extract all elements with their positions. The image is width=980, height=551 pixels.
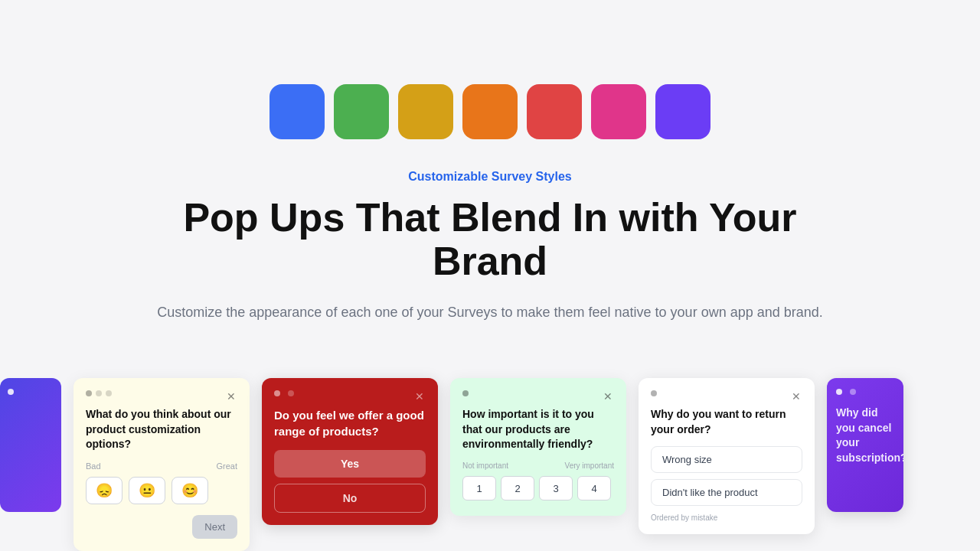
card-partial-left [0, 378, 61, 512]
card-question-1: What do you think about our product cust… [86, 407, 237, 452]
survey-card-options: ✕ Why do you want to return your order? … [639, 378, 815, 534]
card-question-3: How important is it to you that our prod… [462, 407, 614, 452]
scale-btn-1[interactable]: 1 [462, 476, 496, 500]
scale-row: 1 2 3 4 [462, 476, 614, 500]
option-wrong-size[interactable]: Wrong size [651, 446, 802, 473]
hero-title: Pop Ups That Blend In with Your Brand [153, 196, 827, 283]
card-question-4: Why do you want to return your order? [651, 407, 802, 437]
ordered-by-label: Ordered by mistake [651, 514, 802, 522]
emoji-sad[interactable]: 😞 [86, 477, 122, 504]
dots-3 [462, 390, 614, 396]
dots-0 [8, 389, 54, 395]
scale-btn-4[interactable]: 4 [577, 476, 611, 500]
scale-btn-3[interactable]: 3 [539, 476, 573, 500]
scale-btn-2[interactable]: 2 [501, 476, 534, 500]
blue-swatch[interactable] [270, 84, 325, 139]
not-important-label: Not important [462, 461, 508, 470]
close-button-2[interactable]: ✕ [412, 389, 427, 404]
bad-good-row: Bad Great [86, 461, 237, 471]
dots-5 [836, 389, 894, 395]
next-button-1[interactable]: Next [192, 515, 237, 539]
emoji-happy[interactable]: 😊 [172, 477, 208, 504]
survey-card-yesno: ✕ Do you feel we offer a good range of p… [262, 378, 438, 525]
card-question-5: Why did you cancel your subscription? [836, 406, 894, 465]
cards-row: ✕ What do you think about our product cu… [0, 378, 980, 551]
scale-labels: Not important Very important [462, 461, 614, 470]
orange-swatch[interactable] [462, 84, 518, 139]
option-didnt-like[interactable]: Didn't like the product [651, 479, 802, 506]
dots-4 [651, 390, 802, 396]
close-button-3[interactable]: ✕ [600, 389, 616, 404]
dots-1 [86, 390, 237, 396]
dots-2 [274, 390, 426, 396]
hero-section: Customizable Survey Styles Pop Ups That … [0, 170, 980, 324]
card-partial-right: Why did you cancel your subscription? [827, 378, 903, 512]
card-question-2: Do you feel we offer a good range of pro… [274, 407, 426, 439]
survey-card-emoji: ✕ What do you think about our product cu… [74, 378, 250, 551]
green-swatch[interactable] [334, 84, 389, 139]
purple-swatch[interactable] [655, 84, 710, 139]
yes-button[interactable]: Yes [274, 450, 426, 478]
close-button-4[interactable]: ✕ [789, 389, 804, 404]
no-button[interactable]: No [274, 484, 426, 513]
emoji-row: 😞 😐 😊 [86, 477, 237, 504]
red-swatch[interactable] [527, 84, 582, 139]
close-button-1[interactable]: ✕ [224, 389, 239, 404]
bad-label: Bad [86, 461, 101, 471]
emoji-neutral[interactable]: 😐 [129, 477, 165, 504]
very-important-label: Very important [565, 461, 614, 470]
good-label: Great [216, 461, 237, 471]
survey-card-scale: ✕ How important is it to you that our pr… [450, 378, 626, 516]
yellow-swatch[interactable] [398, 84, 453, 139]
page-wrapper: Customizable Survey Styles Pop Ups That … [0, 0, 980, 551]
swatches-row [0, 0, 980, 139]
hero-description: Customize the appearance of each one of … [153, 302, 827, 324]
pink-swatch[interactable] [591, 84, 646, 139]
hero-subtitle: Customizable Survey Styles [153, 170, 827, 184]
